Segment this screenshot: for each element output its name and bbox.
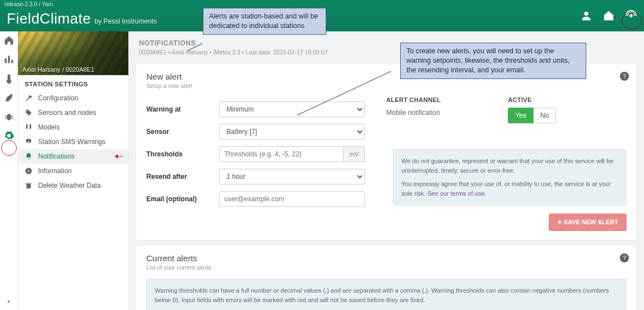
sidebar-item-configuration[interactable]: Configuration: [18, 91, 128, 105]
iconbar-bug-icon[interactable]: [3, 111, 15, 122]
sidebar-item-delete-weather-data[interactable]: Delete Weather Data: [18, 178, 128, 193]
sidebar-item-label: Configuration: [38, 94, 78, 102]
iconbar-gear-icon[interactable]: [3, 130, 15, 141]
save-new-alert-button[interactable]: SAVE NEW ALERT: [549, 214, 627, 231]
alert-channel-value: Mobile notification: [386, 109, 441, 117]
bell-icon: [25, 152, 33, 160]
sidebar-item-notifications[interactable]: Notifications: [18, 149, 128, 164]
current-alerts-card: ? Current alerts List of your current al…: [136, 245, 637, 310]
terms-link[interactable]: See our terms of use.: [427, 190, 486, 197]
current-alerts-note: Warning thresholds can have a full numbe…: [146, 279, 627, 310]
wrench-icon: [25, 94, 33, 102]
station-hero-label: Axial Harsany / 0020A8E1: [22, 66, 94, 73]
sidebar-item-label: Notifications: [38, 152, 75, 160]
svg-point-8: [28, 169, 29, 170]
brain-icon: [25, 123, 33, 131]
resend-label: Resend after: [146, 173, 219, 181]
svg-rect-7: [28, 170, 29, 173]
resend-select[interactable]: 1 hour: [219, 169, 365, 184]
brand-byline: by Pessl Instruments: [95, 17, 157, 25]
sidebar-item-label: Station SMS Warnings: [38, 138, 105, 146]
sensor-select[interactable]: Battery [7]: [219, 124, 365, 140]
thresholds-unit: mV: [344, 146, 365, 162]
new-alert-card: ? New alert Setup a new alert ALERT CHAN…: [136, 63, 637, 240]
svg-rect-2: [4, 58, 6, 63]
annotation-circle-gear: [1, 140, 17, 156]
new-alert-subheading: Setup a new alert: [146, 82, 627, 89]
svg-point-5: [6, 114, 11, 121]
svg-point-0: [584, 12, 588, 16]
thresholds-input[interactable]: [219, 146, 344, 162]
info-icon: [25, 167, 33, 175]
trash-icon: [25, 182, 33, 189]
sensor-label: Sensor: [146, 128, 219, 136]
release-tag: release-2.3.0 / Yam: [4, 1, 53, 7]
sidebar-item-station-sms-warnings[interactable]: Station SMS Warnings: [18, 135, 128, 149]
sidebar-item-label: Models: [38, 123, 60, 131]
help-icon[interactable]: ?: [620, 253, 629, 262]
sidebar-item-label: Delete Weather Data: [38, 182, 101, 189]
sidebar-item-sensors-and-nodes[interactable]: Sensors and nodes: [18, 105, 128, 120]
sidebar-item-models[interactable]: Models: [18, 120, 128, 135]
disclaimer-box: We do not guarantee, represent or warran…: [393, 149, 627, 205]
warning-at-label: Warning at: [146, 105, 219, 113]
brand-logo: FieldClimate by Pessl Instruments: [7, 10, 157, 27]
active-yes-button[interactable]: Yes: [508, 108, 534, 123]
svg-rect-4: [11, 60, 13, 63]
help-icon[interactable]: ?: [620, 72, 629, 81]
active-toggle[interactable]: Yes No: [508, 108, 556, 123]
warning-at-select[interactable]: Minimum: [219, 101, 365, 117]
alert-channel-heading: ALERT CHANNEL: [386, 96, 441, 103]
active-heading: ACTIVE: [508, 96, 556, 103]
house-icon[interactable]: [603, 10, 615, 22]
iconbar-chart-icon[interactable]: [3, 54, 15, 65]
iconbar-home-icon[interactable]: [3, 35, 15, 46]
annotation-callout-1: Alerts are station-based and will be ded…: [203, 8, 326, 35]
current-alerts-heading: Current alerts: [146, 253, 627, 263]
email-input[interactable]: [219, 191, 365, 207]
tag-icon: [25, 109, 33, 117]
station-settings-heading: STATION SETTINGS: [18, 75, 128, 91]
sidebar-item-information[interactable]: Information: [18, 164, 128, 178]
svg-rect-3: [8, 55, 10, 63]
sidebar-item-label: Sensors and nodes: [38, 109, 96, 117]
iconbar-leaf-icon[interactable]: [3, 92, 15, 103]
brand-main: FieldClimate: [7, 10, 91, 27]
annotation-arrow-icon: [115, 152, 123, 160]
email-label: Email (optional): [146, 195, 219, 203]
checkbadge-icon: [25, 138, 33, 146]
active-no-button[interactable]: No: [534, 108, 556, 123]
current-alerts-subheading: List of your current alerts: [146, 264, 627, 271]
annotation-callout-2: To create new alerts, you will need to s…: [400, 43, 586, 79]
disclaimer-line1: We do not guarantee, represent or warran…: [401, 158, 613, 174]
collapse-sidebar-icon[interactable]: [4, 298, 12, 306]
thresholds-label: Thresholds: [146, 150, 219, 158]
svg-point-1: [629, 14, 633, 17]
user-icon[interactable]: [580, 10, 592, 22]
sidebar-item-label: Information: [38, 167, 72, 175]
station-hero-image: Axial Harsany / 0020A8E1: [18, 31, 128, 75]
iconbar-temp-icon[interactable]: [3, 73, 15, 84]
broadcast-icon[interactable]: [625, 10, 637, 22]
